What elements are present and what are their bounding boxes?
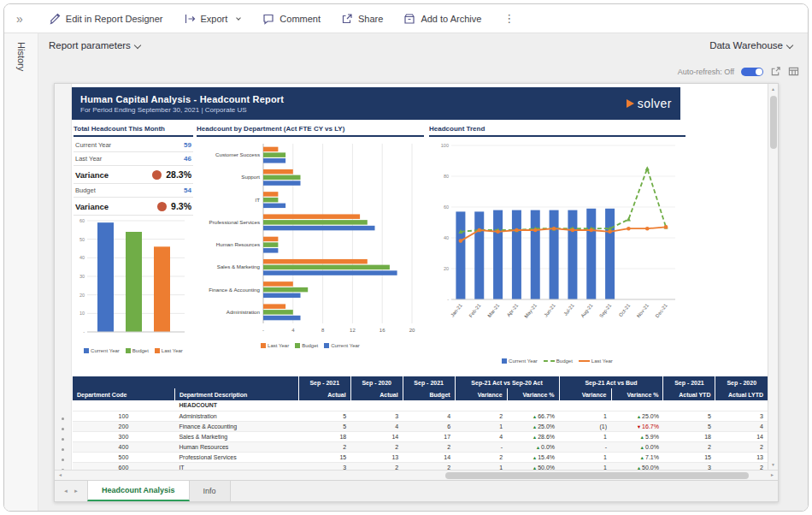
variance-up-triangle-icon: ▲: [533, 414, 537, 419]
table-column-header: Actual: [350, 388, 403, 400]
report-canvas: Human Capital Analysis - Headcount Repor…: [55, 84, 778, 470]
table-column-header: Actual: [298, 388, 350, 400]
department-panel-title: Headcount by Department (Act FTE CY vs L…: [197, 123, 424, 137]
parameters-row: Report parameters Data Warehouse: [49, 40, 794, 50]
auto-refresh-label: Auto-refresh: Off: [678, 68, 734, 76]
variance-up-triangle-icon: ▲: [640, 435, 644, 440]
department-bar-chart: -48121620Customer SuccessSupportITProfes…: [197, 139, 424, 342]
variance-up-triangle-icon: ▲: [533, 455, 537, 460]
table-group-header: Sep-21 Act vs Sep-20 Act: [455, 376, 559, 388]
bar: [263, 214, 360, 219]
tab-nav-prev[interactable]: ◄: [63, 488, 68, 494]
horizontal-scrollbar-thumb[interactable]: [445, 472, 749, 479]
svg-text:Finance & Accounting: Finance & Accounting: [209, 287, 260, 293]
svg-text:Jan-21: Jan-21: [450, 303, 463, 318]
svg-text:16: 16: [380, 328, 385, 333]
tab-headcount-analysis[interactable]: Headcount Analysis: [87, 481, 190, 501]
data-warehouse-selector[interactable]: Data Warehouse: [709, 40, 794, 50]
table-group-header: Sep - 2020: [715, 376, 768, 388]
summary-rows: Current Year59Last Year46Variance28.3%Bu…: [74, 139, 193, 216]
bar: [263, 287, 308, 293]
legend-item: Budget: [544, 358, 573, 364]
svg-text:Professional Services: Professional Services: [209, 219, 261, 225]
scroll-up-arrow[interactable]: ▲: [768, 86, 778, 92]
scroll-down-arrow[interactable]: ▼: [768, 462, 778, 467]
table-column-header: Budget: [403, 388, 455, 400]
table-column-header: Variance: [455, 388, 507, 400]
auto-refresh-toggle[interactable]: [741, 68, 763, 76]
svg-text:Aug-21: Aug-21: [580, 303, 593, 318]
history-tab[interactable]: History: [16, 42, 26, 512]
trend-legend: Current YearBudgetLast Year: [429, 358, 685, 364]
report-content: Human Capital Analysis - Headcount Repor…: [72, 84, 768, 470]
comment-button[interactable]: Comment: [262, 13, 321, 25]
table-group-header: Sep - 2021: [663, 376, 715, 388]
svg-text:-: -: [447, 297, 449, 302]
export-icon: [184, 13, 196, 25]
legend-item: Budget: [126, 348, 149, 353]
svg-text:IT: IT: [256, 197, 261, 203]
legend-item: Current Year: [324, 343, 360, 348]
svg-text:Jun-21: Jun-21: [543, 303, 556, 318]
svg-text:20: 20: [409, 328, 415, 333]
summary-row: Variance9.3%: [74, 198, 193, 216]
report-subtitle: For Period Ending September 30, 2021 | C…: [80, 106, 284, 114]
table-group-header: Sep - 2020: [350, 376, 403, 388]
auto-refresh-row: Auto-refresh: Off: [678, 66, 799, 77]
trend-combo-chart: 10080604020-Jan-21Feb-21Mar-21Apr-21May-…: [429, 139, 685, 358]
variance-indicator-dot: [157, 202, 167, 211]
horizontal-scrollbar[interactable]: ◄ ►: [55, 470, 778, 480]
tab-nav-next[interactable]: ►: [74, 488, 79, 494]
bar: [263, 259, 368, 264]
report-parameters-toggle[interactable]: Report parameters: [49, 40, 142, 50]
tab-info[interactable]: Info: [190, 481, 231, 501]
svg-text:40: 40: [444, 235, 449, 240]
share-label: Share: [358, 14, 383, 24]
svg-text:Mar-21: Mar-21: [486, 303, 500, 318]
tab-navigation: ◄ ►: [55, 481, 87, 501]
grid-view-icon[interactable]: [788, 66, 799, 77]
bar: [97, 222, 114, 332]
share-button[interactable]: Share: [341, 13, 383, 25]
popout-icon[interactable]: [770, 66, 781, 77]
edit-report-designer-button[interactable]: Edit in Report Designer: [49, 13, 163, 25]
summary-panel-title: Total Headcount This Month: [74, 123, 193, 137]
bar: [263, 192, 278, 197]
table-column-header: Variance %: [507, 388, 559, 400]
more-options-button[interactable]: ⋮: [503, 12, 515, 25]
report-banner: Human Capital Analysis - Headcount Repor…: [72, 87, 680, 120]
vertical-scrollbar[interactable]: ▲ ▼: [768, 84, 778, 470]
table-column-header: Actual YTD: [663, 388, 715, 400]
svg-text:Jul-21: Jul-21: [562, 303, 574, 317]
summary-panel: Total Headcount This Month Current Year5…: [74, 123, 193, 353]
solver-logo: solver: [627, 97, 672, 110]
summary-legend: Current YearBudgetLast Year: [74, 348, 193, 353]
bar: [568, 210, 577, 299]
comment-label: Comment: [279, 14, 321, 24]
charts-row: Total Headcount This Month Current Year5…: [72, 123, 768, 376]
svg-text:Nov-21: Nov-21: [636, 303, 650, 318]
trend-panel-title: Headcount Trend: [429, 123, 685, 137]
legend-item: Last Year: [261, 343, 289, 348]
svg-text:30: 30: [79, 274, 85, 279]
svg-text:4: 4: [291, 328, 295, 333]
outline-gutter: [55, 84, 72, 470]
data-table: Sep - 2021Sep - 2020Sep - 2021Sep-21 Act…: [72, 376, 768, 470]
svg-text:12: 12: [350, 328, 356, 333]
variance-indicator-dot: [152, 170, 162, 180]
bar: [263, 310, 293, 315]
data-warehouse-label: Data Warehouse: [709, 40, 783, 50]
collapse-panel-button[interactable]: »: [16, 12, 23, 26]
bar: [263, 169, 293, 175]
table-row: 300Sales & Marketing1814174▲28.6%1▲5.9%1…: [73, 431, 768, 441]
scroll-left-arrow[interactable]: ◄: [58, 472, 62, 477]
add-to-archive-button[interactable]: Add to Archive: [403, 13, 481, 25]
vertical-scrollbar-thumb[interactable]: [770, 96, 777, 149]
svg-text:Apr-21: Apr-21: [506, 303, 519, 317]
scroll-right-arrow[interactable]: ►: [770, 472, 774, 477]
legend-item: Budget: [295, 343, 318, 348]
chevron-down-icon: [786, 42, 793, 49]
bar: [263, 147, 278, 152]
bar: [263, 198, 278, 203]
export-button[interactable]: Export: [184, 13, 243, 25]
